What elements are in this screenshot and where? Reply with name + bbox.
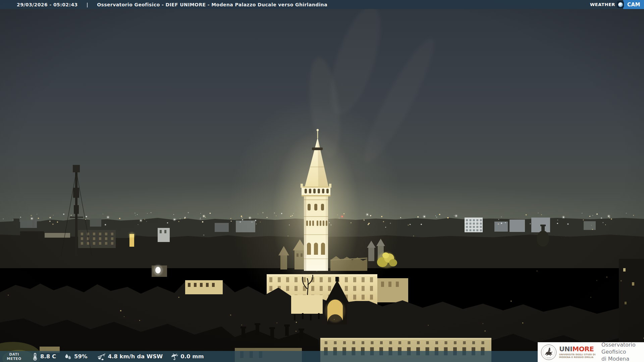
precipitation-item: 0.0 mm [170, 353, 204, 361]
humidity-item: 59% [64, 353, 88, 361]
weathercam-word-weather: WEATHER [590, 2, 615, 7]
unimore-logo-box: 1175 UNIMORE UNIVERSITÀ DEGLI STUDI DI M… [538, 342, 644, 362]
precipitation-value: 0.0 mm [180, 353, 204, 360]
humidity-value: 59% [74, 353, 88, 360]
anemometer-icon [97, 353, 106, 361]
temperature-value: 8.8 C [40, 353, 56, 360]
top-info-bar: 29/03/2026 - 05:02:43 | Osservatorio Geo… [0, 0, 644, 9]
weathercam-word-cam: CAM [627, 2, 640, 8]
unimore-uni-text: UNI [559, 345, 572, 353]
weathercam-cam-box: CAM [623, 0, 644, 9]
dati-meteo-label: DATI METEO [5, 352, 23, 360]
unimore-seal-icon: 1175 [541, 344, 557, 360]
unimore-more-text: MORE [572, 345, 594, 353]
wind-item: 4.8 km/h da WSW [97, 353, 163, 361]
camera-lens-icon [617, 1, 624, 8]
temperature-item: 8.8 C [32, 353, 56, 361]
vignette [0, 0, 644, 362]
university-subtitle-line2: MODENA E REGGIO EMILIA [559, 356, 600, 359]
university-subtitle-line1: UNIVERSITÀ DEGLI STUDI DI [559, 353, 600, 356]
webcam-photo [0, 0, 644, 362]
observatory-line2: di Modena [601, 356, 644, 362]
unimore-wordmark: UNIMORE UNIVERSITÀ DEGLI STUDI DI MODENA… [559, 346, 600, 359]
observatory-line1: Osservatorio Geofisico [601, 342, 644, 356]
dati-line1: DATI [5, 352, 23, 356]
wind-value: 4.8 km/h da WSW [108, 353, 163, 360]
umbrella-icon [170, 353, 178, 361]
night-cityscape [0, 0, 644, 362]
thermometer-icon [32, 353, 38, 361]
datetime-text: 29/03/2026 - 05:02:43 [17, 2, 78, 7]
weathercam-logo: WEATHER CAM [590, 0, 644, 9]
camera-title: Osservatorio Geofisico - DIEF UNIMORE - … [97, 2, 327, 7]
seal-year: 1175 [547, 357, 551, 359]
observatory-name: Osservatorio Geofisico di Modena [601, 342, 644, 362]
water-drops-icon [64, 353, 72, 361]
separator: | [87, 2, 89, 7]
dati-line2: METEO [5, 357, 23, 361]
